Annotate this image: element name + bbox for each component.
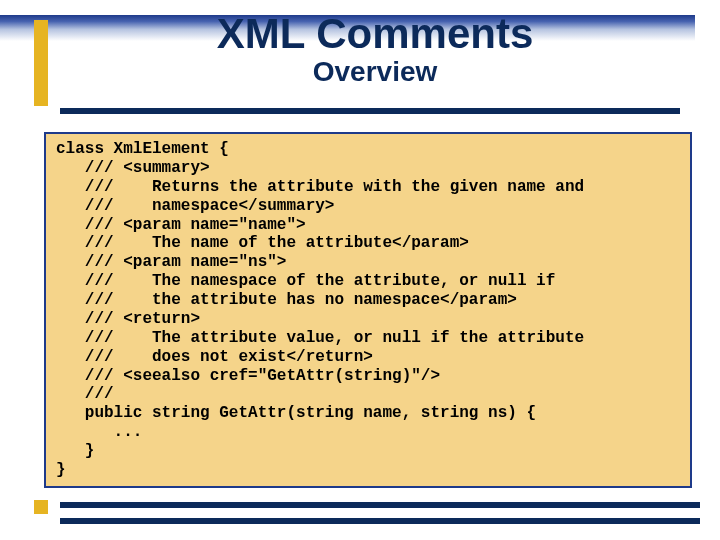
slide: XML Comments Overview class XmlElement {…: [0, 0, 720, 540]
code-box: class XmlElement { /// <summary> /// Ret…: [44, 132, 692, 488]
code-line: class XmlElement {: [56, 140, 229, 158]
code-line: /// namespace</summary>: [56, 197, 334, 215]
code-line: /// <return>: [56, 310, 200, 328]
code-line: ///: [56, 385, 114, 403]
code-line: /// The name of the attribute</param>: [56, 234, 469, 252]
code-line: /// The attribute value, or null if the …: [56, 329, 584, 347]
code-line: /// the attribute has no namespace</para…: [56, 291, 517, 309]
code-line: }: [56, 442, 94, 460]
slide-subtitle: Overview: [70, 56, 680, 88]
code-line: /// does not exist</return>: [56, 348, 373, 366]
code-line: /// The namespace of the attribute, or n…: [56, 272, 555, 290]
slide-title: XML Comments: [70, 10, 680, 58]
code-line: /// <summary>: [56, 159, 210, 177]
code-line: ...: [56, 423, 142, 441]
title-block: XML Comments Overview: [70, 10, 680, 88]
code-line: /// <param name="name">: [56, 216, 306, 234]
code-line: /// Returns the attribute with the given…: [56, 178, 584, 196]
accent-bar-bottom: [34, 500, 48, 514]
code-line: /// <seealso cref="GetAttr(string)"/>: [56, 367, 440, 385]
code-line: public string GetAttr(string name, strin…: [56, 404, 536, 422]
accent-bar-top: [34, 20, 48, 106]
divider-top: [60, 108, 680, 114]
divider-bottom-2: [60, 518, 700, 524]
code-line: }: [56, 461, 66, 479]
divider-bottom-1: [60, 502, 700, 508]
code-line: /// <param name="ns">: [56, 253, 286, 271]
